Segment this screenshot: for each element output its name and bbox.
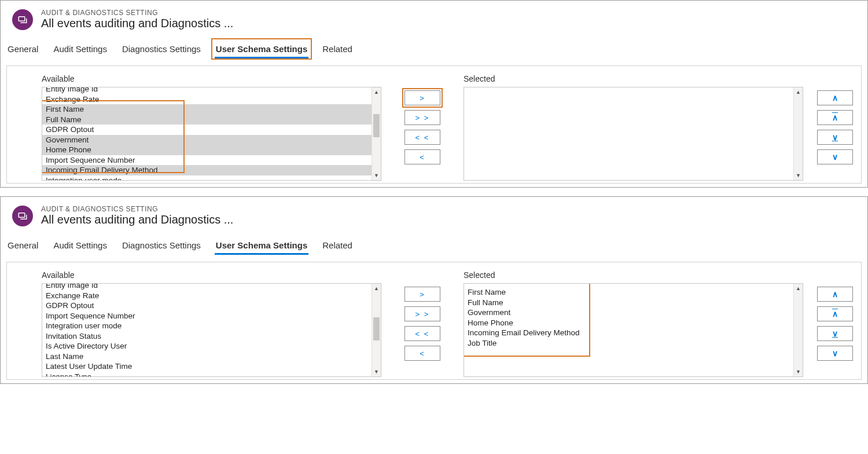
tab-diagnostics-settings[interactable]: Diagnostics Settings xyxy=(121,238,202,252)
list-item[interactable]: Government xyxy=(464,307,793,318)
list-item[interactable]: Integration user mode xyxy=(42,175,372,181)
selected-group: Selected First NameFull NameGovernmentHo… xyxy=(464,270,803,377)
page-header: AUDIT & DIAGNOSTICS SETTING All events a… xyxy=(1,1,867,35)
tab-user-schema-settings[interactable]: User Schema Settings xyxy=(215,42,308,56)
list-item[interactable]: Home Phone xyxy=(42,145,372,155)
screenshot-after: AUDIT & DIAGNOSTICS SETTING All events a… xyxy=(0,196,868,384)
scroll-up-icon[interactable]: ▲ xyxy=(794,87,803,97)
svg-rect-0 xyxy=(19,16,25,21)
order-buttons: ∧ ∧ ∨ ∨ xyxy=(803,270,853,361)
list-item[interactable]: Import Sequence Number xyxy=(42,311,372,321)
list-item[interactable]: Last Name xyxy=(42,352,372,362)
page-title: All events auditing and Diagnostics ... xyxy=(41,213,233,226)
schema-panel: Available Entity Image IdExchange RateGD… xyxy=(6,262,862,380)
header-context: AUDIT & DIAGNOSTICS SETTING xyxy=(41,205,233,213)
list-item[interactable]: GDPR Optout xyxy=(42,125,372,135)
move-bottom-button[interactable]: ∨ xyxy=(817,326,853,341)
list-item[interactable]: License Type xyxy=(42,372,372,378)
move-top-button[interactable]: ∧ xyxy=(817,110,853,125)
scroll-up-icon[interactable]: ▲ xyxy=(372,87,381,97)
list-item[interactable]: Job Title xyxy=(464,338,793,349)
list-item[interactable]: Integration user mode xyxy=(42,321,372,331)
list-item[interactable]: Incoming Email Delivery Method xyxy=(42,165,372,175)
list-item[interactable]: Incoming Email Delivery Method xyxy=(464,328,793,338)
entity-icon xyxy=(12,206,33,226)
tab-related[interactable]: Related xyxy=(321,42,354,56)
tab-audit-settings[interactable]: Audit Settings xyxy=(52,42,108,56)
list-item[interactable]: Government xyxy=(42,135,372,145)
scrollbar[interactable]: ▲ ▼ xyxy=(793,284,803,376)
tab-diagnostics-settings[interactable]: Diagnostics Settings xyxy=(121,42,202,56)
move-down-button[interactable]: ∨ xyxy=(817,149,853,164)
move-remove-all-button[interactable]: < < xyxy=(404,326,440,341)
tab-strip: General Audit Settings Diagnostics Setti… xyxy=(1,35,867,60)
order-buttons: ∧ ∧ ∨ ∨ xyxy=(803,74,853,164)
list-item[interactable]: First Name xyxy=(42,104,372,115)
move-remove-all-button[interactable]: < < xyxy=(404,130,440,145)
list-item[interactable]: GDPR Optout xyxy=(42,301,372,311)
scroll-down-icon[interactable]: ▼ xyxy=(794,367,803,376)
list-item[interactable]: Entity Image Id xyxy=(42,283,372,291)
tab-audit-settings[interactable]: Audit Settings xyxy=(52,238,108,252)
tab-user-schema-settings[interactable]: User Schema Settings xyxy=(215,238,308,252)
schema-panel: Available Entity Image IdExchange RateFi… xyxy=(6,65,862,184)
move-bottom-button[interactable]: ∨ xyxy=(817,130,853,145)
move-up-button[interactable]: ∧ xyxy=(817,90,853,105)
scrollbar[interactable]: ▲ ▼ xyxy=(793,87,803,180)
list-item[interactable]: Exchange Rate xyxy=(42,291,372,301)
move-add-all-button[interactable]: > > xyxy=(404,110,440,125)
scroll-up-icon[interactable]: ▲ xyxy=(794,284,803,293)
move-buttons: > > > < < < xyxy=(381,270,464,361)
selected-label: Selected xyxy=(464,74,803,83)
available-listbox[interactable]: Entity Image IdExchange RateGDPR OptoutI… xyxy=(42,283,381,377)
entity-icon xyxy=(12,9,33,30)
header-context: AUDIT & DIAGNOSTICS SETTING xyxy=(41,9,233,17)
list-item[interactable]: Import Sequence Number xyxy=(42,155,372,166)
move-add-button[interactable]: > xyxy=(404,90,440,105)
list-item[interactable]: Invitation Status xyxy=(42,331,372,342)
list-item[interactable]: Full Name xyxy=(42,115,372,125)
move-down-button[interactable]: ∨ xyxy=(817,346,853,361)
tab-general[interactable]: General xyxy=(6,42,39,56)
move-remove-button[interactable]: < xyxy=(404,149,440,164)
scrollbar[interactable]: ▲ ▼ xyxy=(372,87,381,180)
scroll-down-icon[interactable]: ▼ xyxy=(372,171,381,180)
tab-general[interactable]: General xyxy=(6,238,39,252)
screenshot-before: AUDIT & DIAGNOSTICS SETTING All events a… xyxy=(0,0,868,188)
svg-rect-1 xyxy=(19,213,25,217)
selected-group: Selected ▲ ▼ xyxy=(464,74,803,181)
selected-label: Selected xyxy=(464,270,803,280)
available-label: Available xyxy=(42,270,381,280)
selected-listbox[interactable]: ▲ ▼ xyxy=(464,87,803,181)
available-listbox[interactable]: Entity Image IdExchange RateFirst NameFu… xyxy=(42,87,381,181)
list-item[interactable]: Home Phone xyxy=(464,318,793,328)
page-header: AUDIT & DIAGNOSTICS SETTING All events a… xyxy=(1,197,867,231)
available-group: Available Entity Image IdExchange RateFi… xyxy=(42,74,381,181)
list-item[interactable]: Exchange Rate xyxy=(42,94,372,105)
selected-listbox[interactable]: First NameFull NameGovernmentHome PhoneI… xyxy=(464,283,803,377)
page-title: All events auditing and Diagnostics ... xyxy=(41,17,233,30)
list-item[interactable]: Latest User Update Time xyxy=(42,361,372,372)
tab-related[interactable]: Related xyxy=(321,238,354,252)
move-top-button[interactable]: ∧ xyxy=(817,306,853,321)
scroll-down-icon[interactable]: ▼ xyxy=(794,171,803,180)
move-remove-button[interactable]: < xyxy=(404,346,440,361)
move-add-all-button[interactable]: > > xyxy=(404,306,440,321)
scrollbar[interactable]: ▲ ▼ xyxy=(372,284,381,376)
scroll-down-icon[interactable]: ▼ xyxy=(372,367,381,376)
move-add-button[interactable]: > xyxy=(404,287,440,302)
tab-strip: General Audit Settings Diagnostics Setti… xyxy=(1,231,867,256)
move-up-button[interactable]: ∧ xyxy=(817,287,853,302)
list-item[interactable]: Is Active Directory User xyxy=(42,341,372,352)
available-group: Available Entity Image IdExchange RateGD… xyxy=(42,270,381,377)
list-item[interactable]: First Name xyxy=(464,287,793,298)
scroll-up-icon[interactable]: ▲ xyxy=(372,284,381,293)
list-item[interactable]: Full Name xyxy=(464,298,793,308)
list-item[interactable]: Entity Image Id xyxy=(42,87,372,94)
available-label: Available xyxy=(42,74,381,83)
move-buttons: > > > < < < xyxy=(381,74,464,164)
